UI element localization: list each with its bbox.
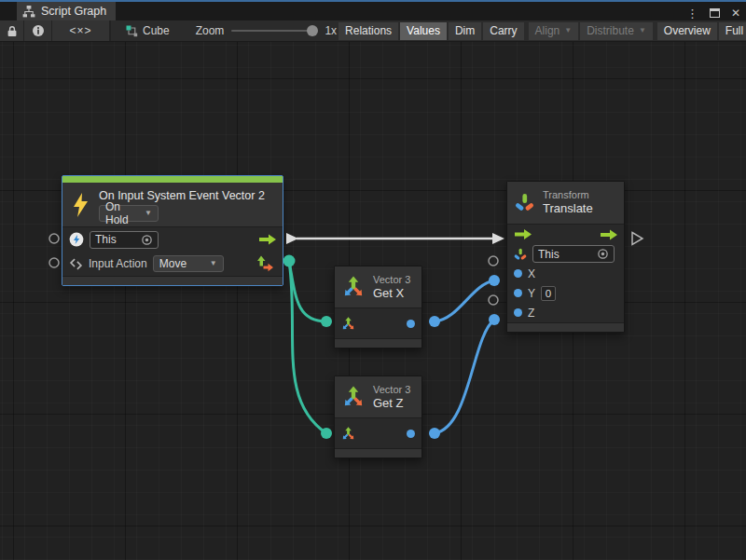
script-graph-window: Script Graph ⋮ ✕ bbox=[0, 0, 746, 560]
translate-y-row: Y 0 bbox=[507, 283, 624, 303]
event-this-row: This bbox=[62, 227, 283, 252]
close-button[interactable]: ✕ bbox=[731, 7, 740, 20]
align-label: Align bbox=[535, 24, 560, 37]
get-z-output-port[interactable] bbox=[407, 430, 415, 438]
translate-this-field[interactable]: This bbox=[532, 245, 615, 263]
event-accent-bar bbox=[62, 176, 283, 183]
lock-button[interactable] bbox=[0, 20, 24, 41]
getz-wire-end-dot[interactable] bbox=[321, 428, 332, 439]
translate-this-value: This bbox=[538, 248, 560, 261]
graph-name: Cube bbox=[143, 24, 170, 37]
exec-output-port[interactable] bbox=[600, 228, 618, 240]
graph-reference[interactable]: Cube bbox=[126, 24, 170, 37]
get-x-footer bbox=[335, 338, 421, 348]
translate-exec-external-port[interactable] bbox=[632, 233, 642, 245]
zoom-label: Zoom bbox=[196, 24, 225, 37]
getx-wire-end-dot[interactable] bbox=[321, 316, 332, 327]
target-picker-icon[interactable] bbox=[597, 248, 609, 260]
graph-toolbar: <×> Cube Zoom 1x Relations Values Dim Ca bbox=[0, 20, 746, 42]
chevron-down-icon: ▼ bbox=[145, 210, 152, 217]
event-this-external-port[interactable] bbox=[49, 234, 59, 243]
vector3-icon bbox=[342, 276, 365, 298]
translate-this-row: This bbox=[507, 244, 624, 264]
getx-output-wire-dot[interactable] bbox=[429, 316, 440, 327]
align-button[interactable]: Align ▼ bbox=[529, 22, 579, 40]
vector2-wire-origin-dot[interactable] bbox=[283, 255, 296, 267]
wire-vector2-to-getz[interactable] bbox=[289, 261, 326, 433]
event-node-footer bbox=[62, 276, 283, 285]
translate-y-external-port[interactable] bbox=[489, 295, 498, 305]
vector3-input-port[interactable] bbox=[341, 427, 355, 441]
chevron-down-icon: ▼ bbox=[639, 27, 646, 34]
lightning-bolt-icon bbox=[70, 192, 90, 218]
exec-input-port[interactable] bbox=[514, 228, 532, 240]
relations-button[interactable]: Relations bbox=[338, 22, 398, 40]
input-action-label: Input Action bbox=[89, 257, 147, 270]
zoom-slider[interactable] bbox=[231, 30, 317, 32]
get-x-output-port[interactable] bbox=[407, 320, 415, 328]
distribute-button[interactable]: Distribute ▼ bbox=[580, 22, 653, 40]
transform-icon bbox=[515, 193, 534, 212]
y-value-field[interactable]: 0 bbox=[541, 286, 556, 301]
tab-strip: Script Graph ⋮ ✕ bbox=[0, 2, 746, 20]
event-mode-dropdown[interactable]: On Hold ▼ bbox=[99, 205, 159, 222]
event-vector2-output-port[interactable] bbox=[256, 255, 274, 273]
distribute-label: Distribute bbox=[587, 24, 634, 37]
get-z-title: Get Z bbox=[373, 396, 410, 411]
y-input-port[interactable] bbox=[514, 289, 522, 297]
z-label: Z bbox=[528, 307, 534, 320]
get-x-category: Vector 3 bbox=[373, 274, 410, 286]
translate-footer bbox=[507, 322, 624, 332]
node-get-z[interactable]: Vector 3 Get Z bbox=[334, 376, 422, 458]
maximize-button[interactable] bbox=[710, 8, 720, 18]
wire-getx-to-x[interactable] bbox=[435, 280, 494, 321]
exec-wire-start-arrow[interactable] bbox=[286, 233, 298, 244]
wire-getz-to-z[interactable] bbox=[435, 320, 494, 433]
overview-button[interactable]: Overview bbox=[657, 22, 717, 40]
node-translate[interactable]: Transform Translate bbox=[506, 181, 625, 333]
input-action-value: Move bbox=[159, 257, 186, 270]
vector3-icon bbox=[342, 386, 365, 408]
edit-source-button[interactable]: <×> bbox=[52, 20, 110, 41]
target-picker-icon[interactable] bbox=[141, 234, 153, 246]
event-this-field[interactable]: This bbox=[90, 231, 159, 249]
translate-this-external-port[interactable] bbox=[489, 256, 498, 266]
zoom-slider-handle[interactable] bbox=[307, 25, 318, 36]
x-input-port[interactable] bbox=[514, 269, 522, 278]
wire-vector2-to-getx[interactable] bbox=[289, 261, 326, 321]
get-z-category: Vector 3 bbox=[373, 384, 410, 396]
node-get-x[interactable]: Vector 3 Get X bbox=[334, 266, 422, 348]
dim-button[interactable]: Dim bbox=[449, 22, 481, 40]
script-graph-icon bbox=[22, 5, 35, 18]
carry-button[interactable]: Carry bbox=[483, 22, 523, 40]
event-mode-value: On Hold bbox=[105, 200, 141, 226]
event-action-row: Input Action Move ▼ bbox=[62, 252, 283, 276]
values-button[interactable]: Values bbox=[400, 22, 447, 40]
get-x-title: Get X bbox=[373, 286, 410, 301]
zoom-value: 1x bbox=[325, 24, 337, 37]
exec-wire-end-arrow[interactable] bbox=[492, 233, 504, 244]
full-screen-button[interactable]: Full Screen bbox=[719, 22, 746, 40]
event-action-external-port[interactable] bbox=[49, 258, 59, 267]
info-button[interactable] bbox=[24, 20, 52, 41]
x-input-wire-dot[interactable] bbox=[489, 275, 500, 286]
translate-z-row: Z bbox=[507, 303, 624, 322]
input-action-dropdown[interactable]: Move ▼ bbox=[153, 255, 224, 272]
event-exec-output-port[interactable] bbox=[258, 234, 277, 246]
get-z-port-row bbox=[335, 418, 421, 448]
getz-output-wire-dot[interactable] bbox=[429, 428, 440, 439]
vector3-input-port[interactable] bbox=[341, 317, 355, 331]
window-menu-button[interactable]: ⋮ bbox=[686, 7, 698, 20]
event-this-value: This bbox=[95, 233, 117, 246]
graph-canvas[interactable]: On Input System Event Vector 2 On Hold ▼ bbox=[0, 42, 746, 560]
tab-script-graph[interactable]: Script Graph bbox=[17, 2, 116, 20]
z-input-port[interactable] bbox=[514, 308, 522, 317]
input-system-icon bbox=[69, 232, 84, 247]
tab-title: Script Graph bbox=[41, 5, 106, 18]
translate-exec-row bbox=[507, 225, 624, 244]
translate-x-row: X bbox=[507, 264, 624, 283]
y-label: Y bbox=[528, 287, 535, 300]
z-input-wire-dot[interactable] bbox=[489, 314, 500, 325]
graph-asset-icon bbox=[126, 25, 138, 37]
node-on-input-system-event[interactable]: On Input System Event Vector 2 On Hold ▼ bbox=[62, 175, 283, 286]
